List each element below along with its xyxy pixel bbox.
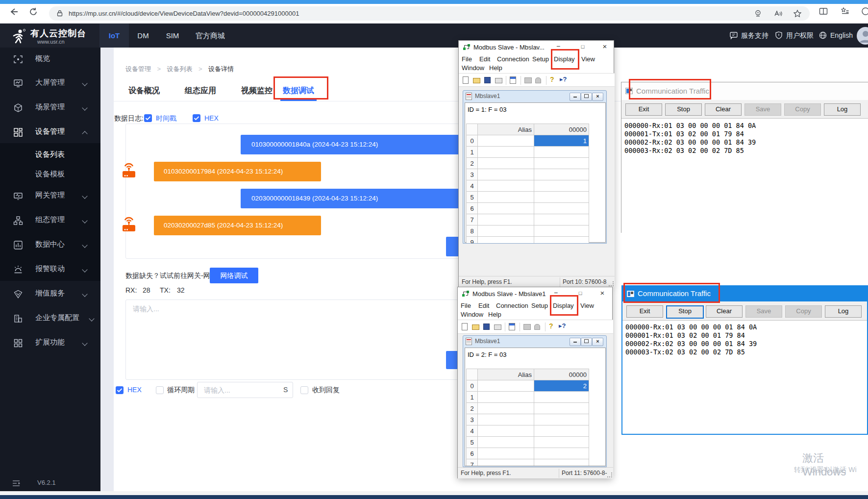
menu-window[interactable]: Window [461,311,483,318]
print-icon[interactable] [494,324,501,330]
minimize-icon[interactable]: − [548,41,568,53]
sidebar-item-vas[interactable]: 增值服务 [0,283,100,305]
menu-display[interactable]: Display [554,55,575,63]
copy-button[interactable]: Copy [785,305,822,318]
menu-view[interactable]: View [580,302,594,309]
menu-window[interactable]: Window [462,64,484,72]
permission-shield-icon[interactable] [774,31,783,40]
collections-icon[interactable] [840,6,850,16]
cycle-checkbox-label[interactable]: 循环周期 [167,386,195,395]
print-icon[interactable] [495,78,502,83]
support-chat-icon[interactable] [729,31,738,40]
address-column-header[interactable]: 00000 [534,124,589,135]
minimize-icon[interactable]: − [546,287,566,299]
table-row[interactable]: 7 [467,214,589,225]
sidebar-item-alarm[interactable]: 报警联动 [0,259,100,280]
stop-button[interactable]: Stop [665,103,702,116]
resize-grip[interactable] [607,473,612,477]
sidebar-item-device-list[interactable]: 设备列表 [0,145,100,166]
exit-button[interactable]: Exit [626,305,663,318]
log-button[interactable]: Log [824,103,861,116]
close-icon[interactable]: × [595,41,615,53]
selected-cell[interactable]: 1 [534,135,589,147]
doc-restore-icon[interactable] [581,338,592,346]
display-setup-icon[interactable] [510,76,516,84]
table-row[interactable]: 4 [467,180,589,192]
sidebar-item-extensions[interactable]: 扩展功能 [0,332,100,354]
nav-language[interactable]: English [830,31,853,39]
table-row[interactable]: 1 [467,147,589,158]
table-row[interactable]: 9 [467,237,589,244]
menu-edit[interactable]: Edit [479,55,490,63]
timestamp-checkbox-label[interactable]: 时间戳 [156,114,176,123]
help-icon[interactable]: ? [549,322,553,330]
table-row[interactable]: 1 [467,392,589,403]
read-aloud-icon[interactable] [773,9,782,18]
back-icon[interactable] [9,7,19,17]
stop-button[interactable]: Stop [666,305,704,319]
send-hex-checkbox[interactable] [116,386,124,394]
menu-edit[interactable]: Edit [478,302,489,309]
menu-connection[interactable]: Connection [497,55,529,63]
menu-setup[interactable]: Setup [531,302,548,309]
usr-cloud-logo-icon[interactable] [10,28,26,45]
help-icon[interactable]: ? [550,75,554,83]
register-table[interactable]: Alias 00000 02 1 2 3 4 5 6 7 [466,369,589,466]
exit-button[interactable]: Exit [625,103,662,116]
traffic-log-area[interactable]: 000000-Rx:01 03 00 00 00 01 84 0A 000001… [621,118,868,233]
table-row[interactable]: 2 [467,158,589,169]
nav-tab-iot[interactable]: IoT [99,24,129,48]
disconnect-icon[interactable] [535,77,541,83]
mbslave-doc-window-1[interactable]: Mbslave1 × ID = 1: F = 03 Alias 00000 01… [463,90,607,244]
table-row[interactable]: 3 [467,414,589,425]
tab-video-monitor[interactable]: 视频监控 [241,86,273,96]
table-row[interactable]: 5 [467,437,589,448]
maximize-icon[interactable]: □ [573,41,593,53]
menu-help[interactable]: Help [488,311,501,318]
tab-device-overview[interactable]: 设备概况 [128,86,160,96]
sidebar-item-configuration[interactable]: 组态管理 [0,210,100,231]
url-text[interactable]: https://mp.usr.cn/#/cloud/device/ViewDev… [69,6,745,21]
context-help-icon[interactable]: ▸? [560,75,567,83]
save-button[interactable]: Save [744,103,781,116]
alias-column-header[interactable]: Alias [478,369,534,380]
cycle-period-input[interactable] [197,382,293,398]
hex-display-checkbox-label[interactable]: HEX [204,114,219,122]
sidebar-item-scene[interactable]: 场景管理 [0,97,100,119]
copy-button[interactable]: Copy [784,103,821,116]
breadcrumb[interactable]: 设备管理 > 设备列表 > 设备详情 [125,64,234,74]
send-hex-checkbox-label[interactable]: HEX [127,386,142,394]
log-button[interactable]: Log [825,305,862,318]
address-column-header[interactable]: 00000 [534,369,589,380]
globe-icon[interactable] [818,31,827,40]
menu-help[interactable]: Help [489,64,502,72]
menu-view[interactable]: View [581,55,595,63]
connect-icon[interactable] [523,324,531,330]
timestamp-checkbox[interactable] [144,114,152,122]
save-file-icon[interactable] [483,324,490,330]
sidebar-item-datacenter[interactable]: 数据中心 [0,234,100,256]
menu-file[interactable]: File [462,55,472,63]
open-file-icon[interactable] [472,324,479,330]
tab-data-debug[interactable]: 数据调试 [283,86,314,96]
split-screen-icon[interactable] [818,6,828,16]
refresh-icon[interactable] [28,7,38,17]
table-row[interactable]: 3 [467,169,589,180]
save-file-icon[interactable] [484,77,491,83]
maximize-icon[interactable]: □ [570,287,590,299]
sidebar-item-bigscreen[interactable]: 大屏管理 [0,73,100,94]
communication-traffic-window-1[interactable]: Communication Traffic Exit Stop Clear Sa… [621,82,868,233]
breadcrumb-device-mgmt[interactable]: 设备管理 [125,65,151,73]
table-row[interactable]: 02 [467,380,589,392]
table-row[interactable]: 4 [467,425,589,437]
breadcrumb-device-list[interactable]: 设备列表 [167,65,193,73]
doc-minimize-icon[interactable] [570,338,581,346]
doc-minimize-icon[interactable] [570,93,581,101]
sidebar-item-overview[interactable]: 概览 [0,49,100,70]
send-to-device-icon[interactable] [754,9,762,18]
address-bar[interactable]: https://mp.usr.cn/#/cloud/device/ViewDev… [49,6,810,21]
sidebar-item-enterprise[interactable]: 企业专属配置 [0,308,100,329]
table-row[interactable]: 2 [467,403,589,414]
context-help-icon[interactable]: ▸? [559,322,566,329]
table-row[interactable]: 6 [467,448,589,459]
